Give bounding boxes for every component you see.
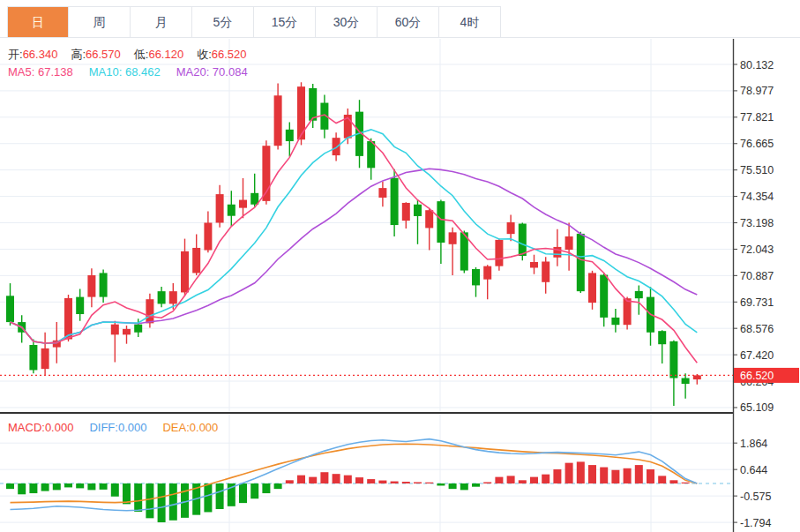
- tab-4hour[interactable]: 4时: [439, 7, 501, 37]
- y-axis-tick-label: 72.043: [740, 244, 774, 256]
- y-axis: 80.13278.97777.82176.66575.51074.35473.1…: [733, 39, 774, 532]
- period-tabbar: 日 周 月 5分 15分 30分 60分 4时: [7, 6, 501, 37]
- ma20-value: MA20: 70.084: [176, 65, 248, 79]
- tab-60min[interactable]: 60分: [378, 7, 439, 37]
- ma10-value: MA10: 68.462: [89, 65, 161, 79]
- tab-15min[interactable]: 15分: [254, 7, 316, 37]
- tab-month[interactable]: 月: [131, 7, 192, 37]
- tabbar-underline: [0, 37, 800, 38]
- close-label: 收:: [197, 48, 212, 61]
- dea-value: DEA:0.000: [162, 421, 218, 434]
- low-value: 66.120: [148, 48, 183, 61]
- kline-page: 80.13278.97777.82176.66575.51074.35473.1…: [0, 0, 800, 532]
- y-axis-tick-label: 78.977: [740, 85, 774, 97]
- y-axis-tick-label: 77.821: [740, 111, 774, 124]
- tab-day[interactable]: 日: [7, 7, 69, 37]
- y-axis-tick-label: 70.887: [740, 270, 774, 282]
- kline-chart-svg: 80.13278.97777.82176.66575.51074.35473.1…: [0, 0, 800, 532]
- open-label: 开:: [8, 48, 23, 61]
- ma5-value: MA5: 67.138: [8, 65, 73, 79]
- low-label: 低:: [134, 48, 149, 61]
- macd-readout: MACD:0.000DIFF:0.000DEA:0.000: [8, 421, 218, 434]
- y-axis-tick-label: 75.510: [740, 164, 774, 176]
- tab-5min[interactable]: 5分: [192, 7, 254, 37]
- tab-30min[interactable]: 30分: [316, 7, 378, 37]
- ma-readout: MA5: 67.138MA10: 68.462MA20: 70.084: [8, 65, 248, 79]
- high-value: 66.570: [86, 48, 121, 61]
- y-axis-tick-label: 67.420: [740, 349, 774, 362]
- macd-value: MACD:0.000: [8, 421, 73, 434]
- current-price-tag-label: 66.520: [740, 370, 774, 382]
- y-axis-tick-label: 74.354: [740, 191, 774, 203]
- y-axis-tick-label: 80.132: [740, 59, 774, 71]
- tab-week[interactable]: 周: [69, 7, 131, 37]
- y-axis-tick-label: 76.665: [740, 138, 774, 150]
- diff-value: DIFF:0.000: [89, 421, 146, 434]
- ohlc-readout: 开:66.340高:66.570低:66.120收:66.520: [8, 47, 260, 63]
- open-value: 66.340: [23, 48, 58, 61]
- y-axis-tick-label: 68.576: [740, 323, 774, 335]
- main-plot-area[interactable]: [0, 39, 733, 412]
- y-axis-tick-label: 1.864: [740, 438, 767, 450]
- y-axis-tick-label: -1.794: [740, 517, 771, 529]
- y-axis-tick-label: 0.644: [740, 464, 767, 476]
- close-value: 66.520: [212, 48, 247, 61]
- current-price-tag: 66.520: [734, 368, 799, 383]
- y-axis-tick-label: 69.731: [740, 296, 774, 309]
- y-axis-tick-label: 73.198: [740, 217, 774, 229]
- y-axis-tick-label: 65.109: [740, 401, 774, 414]
- y-axis-tick-label: -0.575: [740, 491, 771, 503]
- high-label: 高:: [71, 48, 86, 61]
